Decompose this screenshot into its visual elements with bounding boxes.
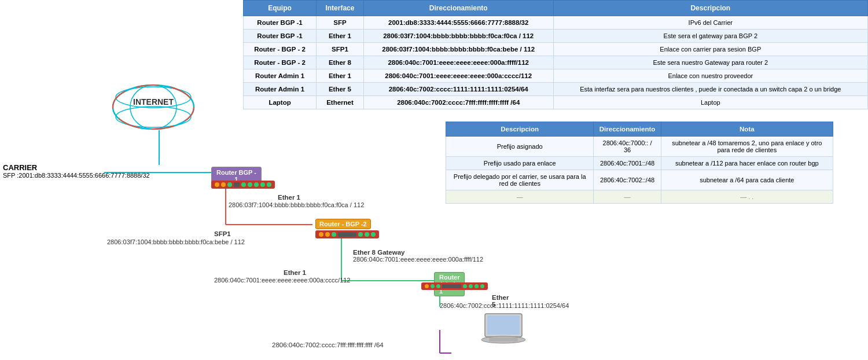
table-row: Router BGP -1Ether 12806:03f7:1004:bbbb:… bbox=[244, 30, 868, 43]
table-row: Router - BGP - 2Ether 82806:040c:7001:ee… bbox=[244, 56, 868, 69]
table-row: Router BGP -1SFP2001:db8:3333:4444:5555:… bbox=[244, 16, 868, 30]
sfp1-addr: 2806:03f7:1004:bbbb:bbbb:bbbb:f0ca:bebe … bbox=[107, 238, 245, 245]
ether8-label: Ether 8 Gateway bbox=[353, 249, 404, 256]
ether1-bgp1-addr: 2806:03f7:1004:bbbb:bbbb:bbbb:f0ca:f0ca … bbox=[229, 201, 364, 208]
col-equipo: Equipo bbox=[244, 1, 317, 16]
ether8-addr: 2806:040c:7001:eeee:eeee:eeee:000a:ffff/… bbox=[353, 256, 483, 263]
carrier-sfp-label: SFP :2001:db8:3333:4444:5555:6666:7777:8… bbox=[3, 172, 150, 179]
sfp1-label: SFP1 bbox=[214, 230, 231, 237]
svg-rect-15 bbox=[487, 315, 520, 335]
carrier-label: CARRIER bbox=[3, 163, 37, 172]
ether5-addr: 2806:40c:7002:cccc:1111:1111:1111:0254/6… bbox=[440, 302, 569, 309]
ether1-admin-addr: 2806:040c:7001:eeee:eeee:eeee:000a:cccc/… bbox=[214, 277, 350, 284]
table-row: Router - BGP - 2SFP12806:03f7:1004:bbbb:… bbox=[244, 43, 868, 56]
router-bgp1-device bbox=[211, 181, 275, 189]
col-desc: Descripcion bbox=[553, 1, 867, 16]
ether1-bgp1-label: Ether 1 bbox=[278, 194, 300, 201]
network-diagram: INTERNET CARRIER SFP :2001:db8:3333:4444… bbox=[0, 81, 451, 359]
col2-nota: Nota bbox=[661, 122, 833, 137]
router-bgp2-device bbox=[315, 230, 379, 238]
internet-label: INTERNET bbox=[107, 97, 200, 106]
ether1-admin-label: Ether 1 bbox=[284, 269, 306, 276]
laptop-addr: 2806:040c:7002:cccc:7fff:ffff:ffff:ffff … bbox=[272, 341, 384, 348]
router-bgp2-box: Router - BGP -2 bbox=[315, 219, 371, 229]
router-admin1-device bbox=[421, 282, 488, 290]
svg-rect-17 bbox=[489, 337, 518, 341]
col-dir: Direccionamiento bbox=[363, 1, 553, 16]
col2-dir: Direccionamiento bbox=[594, 122, 661, 137]
col-interface: Interface bbox=[317, 1, 364, 16]
